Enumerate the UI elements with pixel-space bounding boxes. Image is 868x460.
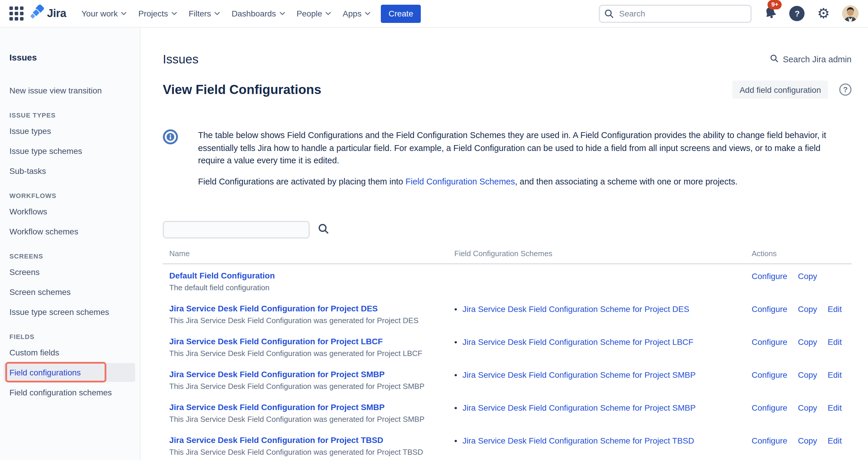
chevron-down-icon bbox=[172, 12, 177, 15]
configure-action-link[interactable]: Configure bbox=[752, 403, 787, 413]
scheme-link[interactable]: Jira Service Desk Field Configuration Sc… bbox=[463, 436, 694, 445]
jira-logo[interactable]: Jira bbox=[29, 5, 66, 22]
copy-action-link[interactable]: Copy bbox=[798, 304, 817, 314]
help-button[interactable]: ? bbox=[789, 6, 805, 21]
name-cell: Jira Service Desk Field Configuration fo… bbox=[163, 336, 454, 358]
edit-action-link[interactable]: Edit bbox=[828, 403, 842, 413]
notifications-button[interactable]: 9+ bbox=[764, 6, 777, 21]
search-jira-admin-link[interactable]: Search Jira admin bbox=[770, 54, 851, 65]
edit-action-link[interactable]: Edit bbox=[828, 370, 842, 380]
field-configuration-link[interactable]: Jira Service Desk Field Configuration fo… bbox=[169, 435, 383, 445]
field-configuration-link[interactable]: Jira Service Desk Field Configuration fo… bbox=[169, 369, 384, 379]
column-header-name: Name bbox=[163, 249, 454, 258]
info-text: The table below shows Field Configuratio… bbox=[198, 129, 832, 188]
filter-search-icon[interactable] bbox=[318, 223, 329, 236]
sidebar-item-field-configuration-schemes[interactable]: Field configuration schemes bbox=[3, 383, 135, 402]
nav-item-filters[interactable]: Filters bbox=[183, 5, 226, 22]
configure-action-link[interactable]: Configure bbox=[752, 271, 787, 281]
info-paragraph-1: The table below shows Field Configuratio… bbox=[198, 129, 832, 167]
table-body: Default Field Configuration The default … bbox=[163, 264, 851, 460]
sidebar-item-sub-tasks[interactable]: Sub-tasks bbox=[3, 162, 135, 180]
add-field-configuration-button[interactable]: Add field configuration bbox=[733, 80, 828, 99]
edit-action-link[interactable]: Edit bbox=[828, 436, 842, 445]
settings-gear-icon[interactable]: ⚙ bbox=[817, 6, 830, 21]
sidebar-item-issue-types[interactable]: Issue types bbox=[3, 122, 135, 140]
sidebar-section-header-fields: FIELDS bbox=[9, 333, 130, 340]
bullet: • bbox=[454, 436, 457, 445]
scheme-link[interactable]: Jira Service Desk Field Configuration Sc… bbox=[463, 403, 696, 413]
actions-cell: ConfigureCopy bbox=[752, 270, 851, 292]
sidebar-section-header-workflows: WORKFLOWS bbox=[9, 192, 130, 199]
global-search-input[interactable] bbox=[599, 4, 752, 23]
sidebar-item-field-configurations[interactable]: Field configurations bbox=[3, 363, 135, 382]
notifications-badge: 9+ bbox=[768, 0, 782, 9]
scheme-link[interactable]: Jira Service Desk Field Configuration Sc… bbox=[463, 337, 693, 347]
scheme-item: •Jira Service Desk Field Configuration S… bbox=[454, 436, 752, 445]
user-avatar[interactable] bbox=[842, 5, 859, 22]
info-paragraph-2: Field Configurations are activated by pl… bbox=[198, 175, 832, 188]
search-icon bbox=[770, 54, 779, 65]
copy-action-link[interactable]: Copy bbox=[798, 403, 817, 413]
table-row: Jira Service Desk Field Configuration fo… bbox=[163, 297, 851, 330]
search-icon bbox=[604, 8, 614, 21]
scheme-item: •Jira Service Desk Field Configuration S… bbox=[454, 337, 752, 347]
create-button[interactable]: Create bbox=[381, 4, 421, 23]
nav-item-your-work[interactable]: Your work bbox=[75, 5, 132, 22]
column-header-actions: Actions bbox=[752, 249, 851, 258]
name-cell: Jira Service Desk Field Configuration fo… bbox=[163, 303, 454, 325]
column-header-schemes: Field Configuration Schemes bbox=[454, 249, 752, 258]
field-configuration-link[interactable]: Jira Service Desk Field Configuration fo… bbox=[169, 304, 378, 313]
field-configuration-link[interactable]: Jira Service Desk Field Configuration fo… bbox=[169, 402, 384, 412]
nav-item-apps[interactable]: Apps bbox=[337, 5, 376, 22]
sidebar-item-workflow-schemes[interactable]: Workflow schemes bbox=[3, 222, 135, 241]
nav-item-projects[interactable]: Projects bbox=[132, 5, 183, 22]
schemes-cell: •Jira Service Desk Field Configuration S… bbox=[454, 402, 752, 424]
sidebar-item-screens[interactable]: Screens bbox=[3, 263, 135, 282]
field-configuration-description: The default field configuration bbox=[169, 283, 454, 292]
scheme-link[interactable]: Jira Service Desk Field Configuration Sc… bbox=[463, 370, 696, 380]
field-configuration-description: This Jira Service Desk Field Configurati… bbox=[169, 316, 454, 325]
scheme-item: •Jira Service Desk Field Configuration S… bbox=[454, 304, 752, 314]
sidebar-item-workflows[interactable]: Workflows bbox=[3, 202, 135, 221]
field-configuration-link[interactable]: Default Field Configuration bbox=[169, 271, 275, 280]
configure-action-link[interactable]: Configure bbox=[752, 304, 787, 314]
admin-sidebar: Issues New issue view transition ISSUE T… bbox=[0, 28, 141, 460]
nav-item-people[interactable]: People bbox=[290, 5, 337, 22]
configure-action-link[interactable]: Configure bbox=[752, 337, 787, 347]
app-switcher-icon[interactable] bbox=[9, 6, 24, 21]
top-navbar: Jira Your work Projects Filters Dashboar… bbox=[0, 0, 868, 28]
field-configuration-description: This Jira Service Desk Field Configurati… bbox=[169, 382, 454, 391]
copy-action-link[interactable]: Copy bbox=[798, 370, 817, 380]
copy-action-link[interactable]: Copy bbox=[798, 337, 817, 347]
chevron-down-icon bbox=[365, 12, 370, 15]
sidebar-item-screen-schemes[interactable]: Screen schemes bbox=[3, 283, 135, 301]
configure-action-link[interactable]: Configure bbox=[752, 370, 787, 380]
view-field-configurations-heading: View Field Configurations bbox=[163, 82, 321, 97]
field-configuration-schemes-link[interactable]: Field Configuration Schemes bbox=[405, 176, 515, 186]
bullet: • bbox=[454, 337, 457, 347]
sidebar-section-header-screens: SCREENS bbox=[9, 253, 130, 260]
nav-item-dashboards[interactable]: Dashboards bbox=[226, 5, 290, 22]
scheme-link[interactable]: Jira Service Desk Field Configuration Sc… bbox=[463, 304, 689, 314]
page-help-button[interactable]: ? bbox=[839, 84, 851, 96]
navbar-right: 9+ ? ⚙ bbox=[599, 4, 859, 23]
name-cell: Default Field Configuration The default … bbox=[163, 270, 454, 292]
main-content: Issues Search Jira admin View Field Conf… bbox=[141, 28, 868, 460]
table-row: Jira Service Desk Field Configuration fo… bbox=[163, 330, 851, 363]
copy-action-link[interactable]: Copy bbox=[798, 436, 817, 445]
configure-action-link[interactable]: Configure bbox=[752, 436, 787, 445]
table-filter-input[interactable] bbox=[163, 221, 310, 238]
field-configuration-link[interactable]: Jira Service Desk Field Configuration fo… bbox=[169, 337, 383, 346]
sidebar-item-issue-type-screen-schemes[interactable]: Issue type screen schemes bbox=[3, 302, 135, 321]
sidebar-item-issue-type-schemes[interactable]: Issue type schemes bbox=[3, 141, 135, 160]
sidebar-item-new-issue-view-transition[interactable]: New issue view transition bbox=[3, 81, 135, 100]
schemes-cell: •Jira Service Desk Field Configuration S… bbox=[454, 303, 752, 325]
name-cell: Jira Service Desk Field Configuration fo… bbox=[163, 402, 454, 424]
name-cell: Jira Service Desk Field Configuration fo… bbox=[163, 369, 454, 391]
sidebar-item-custom-fields[interactable]: Custom fields bbox=[3, 343, 135, 362]
edit-action-link[interactable]: Edit bbox=[828, 337, 842, 347]
copy-action-link[interactable]: Copy bbox=[798, 271, 817, 281]
jira-logo-text: Jira bbox=[47, 7, 66, 20]
edit-action-link[interactable]: Edit bbox=[828, 304, 842, 314]
info-icon bbox=[163, 129, 178, 188]
